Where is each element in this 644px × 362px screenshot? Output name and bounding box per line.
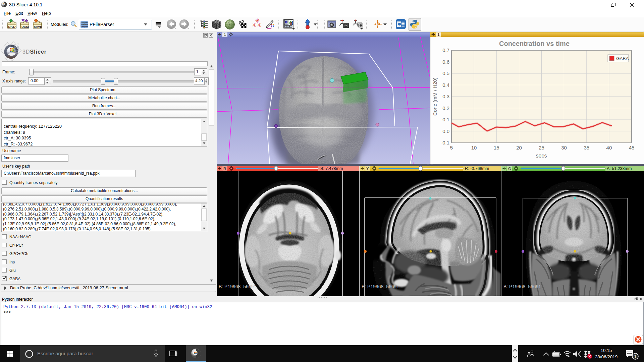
svg-text:5: 5	[450, 145, 453, 150]
svg-text:1: 1	[634, 354, 636, 359]
svg-text:45: 45	[629, 145, 635, 150]
svg-text:0.1: 0.1	[442, 117, 449, 122]
svg-text:Template: Template	[81, 25, 88, 27]
svg-text:35: 35	[584, 145, 589, 150]
svg-text:S: 7.478mm: S: 7.478mm	[320, 166, 343, 171]
svg-text:1: 1	[437, 32, 440, 37]
svg-text:B: P19968_56691: B: P19968_56691	[219, 284, 256, 289]
svg-text:0.0: 0.0	[442, 128, 449, 134]
svg-text:0.3: 0.3	[442, 94, 449, 99]
svg-text:10: 10	[471, 145, 477, 150]
svg-text:G: G	[508, 167, 511, 171]
svg-text:B: P19968_56691: B: P19968_56691	[503, 284, 541, 289]
svg-text:-0.1: -0.1	[441, 140, 449, 145]
svg-text:B: P19968_56691: B: P19968_56691	[362, 284, 399, 289]
svg-text:20: 20	[516, 145, 522, 150]
svg-text:0.6: 0.6	[442, 59, 449, 65]
svg-text:GABA: GABA	[616, 56, 629, 61]
svg-text:Conc (mM / H20): Conc (mM / H20)	[432, 77, 438, 116]
svg-text:R: -0.768mm: R: -0.768mm	[465, 166, 489, 171]
svg-text:SAVE: SAVE	[34, 25, 42, 28]
svg-text:15: 15	[494, 145, 499, 150]
svg-text:30: 30	[561, 145, 567, 150]
svg-text:Concentration vs time: Concentration vs time	[499, 40, 570, 47]
svg-text:3DSlicer: 3DSlicer	[22, 49, 47, 55]
svg-text:1: 1	[224, 32, 226, 37]
svg-text:Y: Y	[366, 167, 369, 171]
svg-text:0.2: 0.2	[442, 105, 449, 111]
svg-text:R: R	[223, 167, 226, 171]
svg-text:DATA: DATA	[8, 25, 17, 28]
svg-text:0.4: 0.4	[442, 82, 449, 88]
svg-text:secs: secs	[536, 153, 547, 159]
svg-text:40: 40	[606, 145, 612, 150]
svg-text:A: 51.233mm: A: 51.233mm	[607, 166, 632, 171]
svg-text:0.7: 0.7	[442, 47, 449, 53]
svg-text:0.5: 0.5	[442, 70, 449, 76]
svg-text:25: 25	[539, 145, 544, 150]
svg-text:DCM: DCM	[21, 25, 29, 28]
